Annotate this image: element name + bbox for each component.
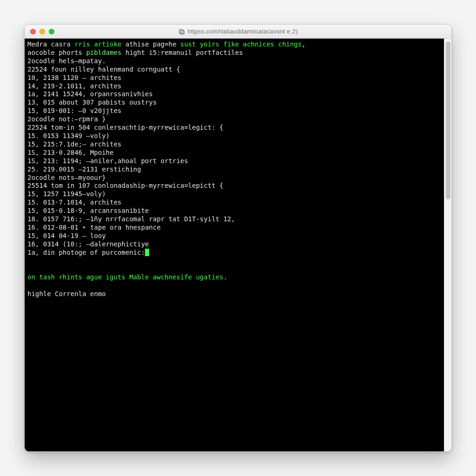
scrollbar-track[interactable]: [444, 39, 451, 451]
terminal-line: 18. 0157 716:; –1ñy nrrfacomal rapr tat …: [27, 215, 441, 224]
terminal-line: Medra casra rris artioke athise pag=he s…: [27, 40, 441, 49]
terminal-line: 2ocodle not:—rpmra }: [27, 115, 441, 124]
terminal-text: ,: [302, 40, 305, 48]
terminal-line: 15, 015·0.18-9, arcanrssanibite: [27, 207, 441, 215]
terminal-text: sust yoirs fike achnices chings: [180, 40, 302, 48]
terminal-text: 2ocodle not:—rpmra }: [27, 115, 106, 123]
terminal-text: on tash rhints ague iguts Mable awchnesi…: [27, 273, 227, 281]
close-button[interactable]: [30, 29, 36, 34]
terminal-text: highle Correnla enmo: [27, 290, 106, 298]
terminal-line: 16, 0314 (10:; –dalernephictiye: [27, 240, 441, 249]
terminal-text: rris artioke: [74, 40, 121, 48]
terminal-line: aocoble phorts pibldames hight i5:remanu…: [27, 49, 441, 57]
minimize-button[interactable]: [40, 29, 45, 34]
terminal-line: 14, 219·2.1011, archites: [27, 82, 441, 91]
terminal-line: [27, 257, 441, 265]
terminal-text: tape ora hnespance: [86, 224, 160, 231]
terminal-line: 15, 014 04-19 – looy: [27, 232, 441, 240]
terminal-text: 15, 014 04-19 – looy: [27, 232, 106, 239]
terminal-text: 18. 0157 716:; –1ñy nrrfacomal rapr tat …: [27, 215, 235, 223]
terminal-text: 15, 1257 11945—voly): [27, 190, 106, 198]
terminal-text: 15, 019·001: –0 v20jjtes: [27, 107, 121, 114]
terminal-text: athise pag=he: [121, 40, 180, 48]
terminal-line: [27, 265, 441, 273]
terminal-line: 15, 215:7.1de;– archites: [27, 140, 441, 149]
terminal-text: 1S, 213: 1194; –aniler,ahoal port ortrie…: [27, 157, 188, 165]
terminal-text: 25. 219.0015 –2131 erstiching: [27, 165, 141, 173]
terminal-line: 1a, din photoge of purcomenic:: [27, 249, 441, 257]
terminal-text: 13, 015 about 307 pabists oustrys: [27, 99, 157, 106]
title-area: httpss.com/rtaliauddamticalacavont e.2): [25, 25, 451, 38]
terminal-line: 15, 019·001: –0 v20jjtes: [27, 107, 441, 115]
terminal-line: 1a, 2141 15244, orpanrssanivhies: [27, 90, 441, 99]
terminal-text: hight i5:: [121, 49, 160, 56]
terminal-line: 13, 015 about 307 pabists oustrys: [27, 99, 441, 107]
terminal-text: 2ocodle nots—myoour}: [27, 174, 106, 181]
terminal-line: 22524 foun nilley halenmand cornguatt {: [27, 66, 441, 74]
terminal-text: remanuil portfactiles: [161, 49, 243, 56]
terminal-line: highle Correnla enmo: [27, 290, 441, 298]
terminal-text: 15, 015·0.18-9, arcanrssanibite: [27, 207, 149, 214]
terminal-line: 2ocodle nots—myoour}: [27, 174, 441, 182]
terminal-text: 14, 219·2.1011, archites: [27, 82, 121, 90]
terminal-line: [27, 282, 441, 290]
terminal-line: 25. 219.0015 –2131 erstiching: [27, 165, 441, 174]
terminal-text: 22524 foun nilley halenmand cornguatt {: [27, 66, 180, 73]
terminal-text: 1a, 2141 15244, orpanrssanivhies: [27, 90, 153, 98]
terminal-line: on tash rhints ague iguts Mable awchnesi…: [27, 273, 441, 282]
titlebar[interactable]: httpss.com/rtaliauddamticalacavont e.2): [25, 25, 451, 39]
terminal-line: 25514 tom in 107 conlonadaship-myrrewica…: [27, 182, 441, 190]
tabs-icon: [178, 28, 185, 35]
terminal-text: 22524 tom-in 504 conlersachtip-myrrewica…: [27, 124, 223, 131]
terminal-text: 1S, 213·0.2846, Mpoihe: [27, 149, 113, 156]
terminal-body-wrap: Medra casra rris artioke athise pag=he s…: [25, 39, 451, 451]
terminal-line: 1S, 213·0.2846, Mpoihe: [27, 149, 441, 157]
terminal-window: httpss.com/rtaliauddamticalacavont e.2) …: [24, 24, 452, 452]
terminal-line: 15, 1257 11945—voly): [27, 190, 441, 198]
svg-rect-0: [179, 29, 183, 33]
terminal-line: 2ocodle hels—mpatay.: [27, 57, 441, 66]
scrollbar-thumb[interactable]: [446, 41, 450, 199]
terminal-text: 10, 2138 1120 — archites: [27, 74, 121, 81]
zoom-button[interactable]: [49, 29, 54, 34]
terminal-text: 25514 tom in 107 conlonadaship-myrrewica…: [27, 182, 223, 189]
svg-rect-1: [180, 30, 184, 34]
cursor: [145, 249, 149, 256]
terminal-text: 1a, din photoge of purcomenic:: [27, 249, 145, 256]
terminal-line: 16. 012-08-01 ➤ tape ora hnespance: [27, 224, 441, 232]
terminal-text: 16, 0314 (10:; –dalernephictiye: [27, 240, 149, 248]
terminal-text: 15. 0153 11349 –voly): [27, 132, 110, 139]
traffic-lights: [25, 29, 54, 34]
terminal-text: 16. 012-08-01: [27, 224, 82, 231]
terminal-line: 22524 tom-in 504 conlersachtip-myrrewica…: [27, 124, 441, 132]
terminal-text: 15, 215:7.1de;– archites: [27, 140, 121, 148]
terminal-text: pibldames: [86, 49, 121, 56]
terminal-text: 2ocodle hels—mpatay.: [27, 57, 106, 65]
terminal-line: 15. 013·7.1014, archites: [27, 198, 441, 207]
terminal-output[interactable]: Medra casra rris artioke athise pag=he s…: [25, 39, 444, 451]
terminal-text: 15. 013·7.1014, archites: [27, 198, 121, 206]
terminal-text: aocoble phorts: [27, 49, 86, 56]
terminal-line: 15. 0153 11349 –voly): [27, 132, 441, 140]
terminal-line: 10, 2138 1120 — archites: [27, 74, 441, 82]
window-title: httpss.com/rtaliauddamticalacavont e.2): [188, 28, 298, 35]
terminal-text: Medra casra: [27, 40, 74, 48]
terminal-line: 1S, 213: 1194; –aniler,ahoal port ortrie…: [27, 157, 441, 165]
